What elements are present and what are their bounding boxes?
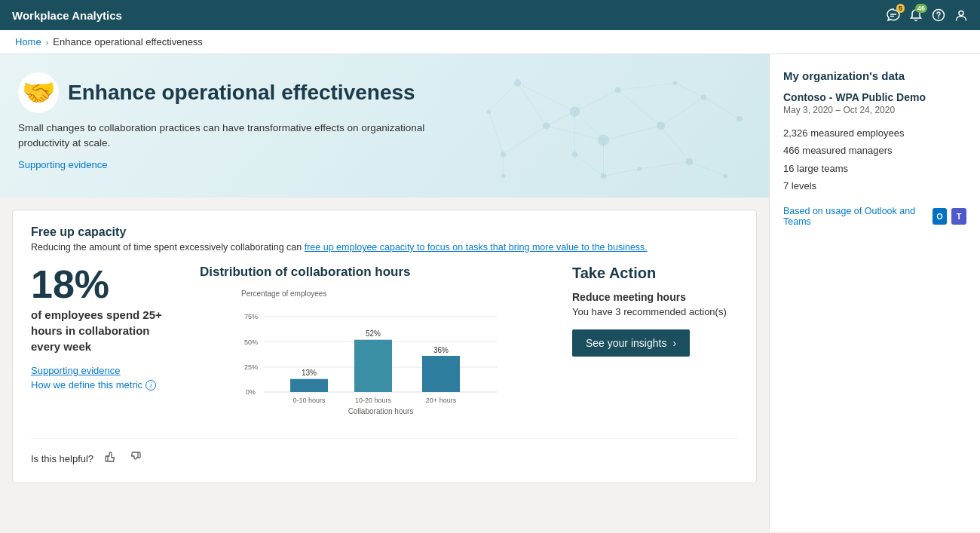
hero-section: 🤝 Enhance operational effectiveness Smal… [0, 54, 769, 198]
svg-text:0-10 hours: 0-10 hours [292, 397, 326, 404]
svg-text:36%: 36% [433, 346, 449, 354]
svg-line-15 [690, 162, 726, 176]
bar-20-plus [422, 356, 460, 392]
svg-point-31 [501, 174, 506, 179]
stat-description: of employees spend 25+ hours in collabor… [31, 307, 167, 354]
capacity-card: Free up capacity Reducing the amount of … [12, 210, 757, 483]
svg-text:0%: 0% [246, 388, 256, 396]
thumbs-up-button[interactable] [101, 449, 119, 467]
svg-point-32 [572, 152, 578, 158]
info-icon: i [145, 380, 156, 391]
card-body: 18% of employees spend 25+ hours in coll… [31, 265, 738, 423]
svg-line-11 [618, 90, 661, 127]
svg-point-27 [543, 122, 550, 130]
svg-line-7 [661, 97, 704, 126]
svg-point-28 [737, 116, 743, 122]
app-title: Workplace Analytics [12, 9, 122, 22]
svg-line-36 [489, 112, 504, 155]
svg-point-33 [723, 174, 727, 179]
svg-line-5 [575, 112, 604, 140]
chart-area: Percentage of employees 75% 50% 25% 0% [200, 287, 554, 423]
svg-line-6 [604, 126, 661, 140]
breadcrumb: Home › Enhance operational effectiveness [0, 30, 980, 54]
svg-point-21 [570, 106, 580, 116]
card-title: Free up capacity [31, 225, 738, 239]
helpful-text: Is this helpful? [31, 453, 93, 464]
org-stats: 2,326 measured employees 466 measured ma… [783, 124, 966, 195]
hero-text: 🤝 Enhance operational effectiveness Smal… [18, 72, 485, 182]
hero-supporting-evidence-link[interactable]: Supporting evidence [18, 159, 108, 170]
chart-svg: Percentage of employees 75% 50% 25% 0% [200, 287, 554, 423]
card-desc-link[interactable]: free up employee capacity to focus on ta… [305, 242, 648, 253]
svg-line-16 [504, 126, 547, 155]
svg-line-4 [575, 90, 618, 112]
svg-point-2 [959, 11, 963, 16]
chart-box: Distribution of collaboration hours Perc… [200, 265, 554, 423]
svg-line-19 [575, 155, 604, 176]
org-name: Contoso - WPA Public Demo [783, 91, 966, 103]
action-subtitle: Reduce meeting hours [572, 291, 738, 303]
stat-how-define[interactable]: How we define this metric i [31, 379, 182, 391]
org-stat-levels: 7 levels [783, 177, 966, 195]
svg-text:52%: 52% [366, 329, 381, 338]
action-recommended: You have 3 recommended action(s) [572, 306, 738, 317]
svg-text:25%: 25% [244, 363, 258, 371]
see-insights-button[interactable]: See your insights › [572, 329, 690, 357]
svg-text:50%: 50% [244, 338, 258, 346]
stat-box: 18% of employees spend 25+ hours in coll… [31, 265, 182, 391]
chat-icon-btn[interactable]: 5 [887, 8, 900, 22]
svg-line-42 [618, 83, 675, 90]
svg-text:Collaboration hours: Collaboration hours [348, 407, 414, 415]
teams-icon: T [951, 208, 966, 225]
svg-point-1 [938, 17, 939, 19]
help-icon-btn[interactable] [932, 8, 945, 22]
org-stat-teams: 16 large teams [783, 160, 966, 177]
network-background [452, 54, 769, 198]
outlook-icon: O [933, 208, 948, 225]
svg-text:75%: 75% [244, 313, 258, 320]
svg-line-39 [639, 162, 690, 170]
main-content: 🤝 Enhance operational effectiveness Smal… [0, 54, 980, 531]
hero-title: Enhance operational effectiveness [68, 81, 415, 105]
svg-line-12 [704, 97, 740, 119]
svg-text:Percentage of employees: Percentage of employees [241, 289, 326, 298]
breadcrumb-separator: › [46, 38, 49, 47]
card-description: Reducing the amount of time spent excess… [31, 242, 738, 253]
stat-supporting-evidence-link[interactable]: Supporting evidence [31, 365, 182, 376]
user-icon-btn[interactable] [954, 8, 968, 22]
hero-icon: 🤝 [18, 72, 59, 113]
stat-number: 18% [31, 265, 182, 304]
top-navigation: Workplace Analytics 5 46 [0, 0, 980, 30]
svg-line-38 [604, 169, 640, 176]
svg-line-35 [489, 83, 518, 112]
org-stat-employees: 2,326 measured employees [783, 124, 966, 142]
chat-badge: 5 [896, 4, 905, 13]
svg-point-24 [657, 121, 665, 130]
svg-line-9 [518, 83, 547, 126]
svg-text:13%: 13% [302, 369, 317, 377]
hero-description: Small changes to collaboration practices… [18, 121, 470, 152]
bell-badge: 46 [915, 4, 927, 13]
svg-point-23 [598, 134, 609, 146]
breadcrumb-current: Enhance operational effectiveness [53, 36, 203, 47]
take-action-box: Take Action Reduce meeting hours You hav… [572, 265, 738, 357]
svg-text:20+ hours: 20+ hours [426, 397, 457, 404]
svg-line-41 [675, 83, 704, 97]
right-sidebar: My organization's data Contoso - WPA Pub… [769, 54, 980, 531]
chart-title: Distribution of collaboration hours [200, 265, 554, 280]
bar-0-10 [290, 379, 328, 392]
svg-line-8 [661, 126, 690, 162]
breadcrumb-home[interactable]: Home [15, 36, 41, 47]
nav-icon-group: 5 46 [887, 8, 968, 22]
org-date: May 3, 2020 – Oct 24, 2020 [783, 105, 966, 115]
left-area: 🤝 Enhance operational effectiveness Smal… [0, 54, 769, 531]
thumbs-down-button[interactable] [127, 449, 145, 467]
bell-icon-btn[interactable]: 46 [909, 8, 923, 22]
org-usage: Based on usage of Outlook and Teams O T [783, 206, 966, 227]
chevron-right-icon: › [672, 337, 676, 349]
bar-10-20 [354, 340, 392, 392]
svg-text:10-20 hours: 10-20 hours [355, 397, 392, 404]
svg-line-3 [518, 83, 575, 112]
sidebar-title: My organization's data [783, 69, 966, 82]
take-action-title: Take Action [572, 265, 738, 282]
